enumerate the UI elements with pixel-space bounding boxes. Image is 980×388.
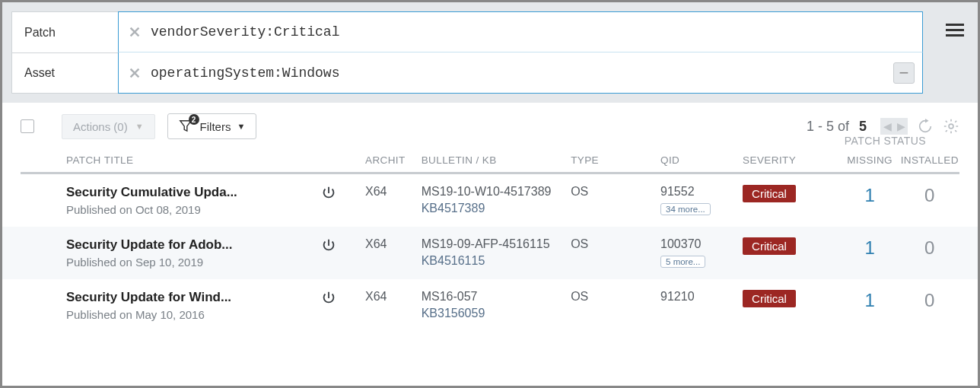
- patch-published: Published on Sep 10, 2019: [66, 256, 320, 269]
- severity-badge: Critical: [743, 185, 796, 202]
- qid-value: 91552: [660, 185, 743, 199]
- column-header-archit[interactable]: ARCHIT: [365, 154, 422, 166]
- severity-badge: Critical: [743, 290, 796, 307]
- type-cell: OS: [571, 237, 660, 251]
- menu-icon[interactable]: [946, 21, 964, 40]
- bulletin-id: MS19-10-W10-4517389: [422, 185, 571, 199]
- qid-more-link[interactable]: 34 more...: [660, 203, 711, 215]
- patch-title[interactable]: Security Update for Wind...: [66, 290, 287, 305]
- patch-published: Published on May 10, 2016: [66, 308, 320, 321]
- kb-link[interactable]: KB4517389: [422, 202, 571, 215]
- missing-count[interactable]: 1: [864, 237, 874, 258]
- table-row[interactable]: Security Update for Adob... Published on…: [2, 227, 978, 279]
- archit-cell: X64: [365, 290, 422, 304]
- asset-search-field[interactable]: −: [118, 52, 923, 94]
- column-group-patch-status: PATCH STATUS: [845, 135, 926, 147]
- column-header-installed[interactable]: INSTALLED: [899, 154, 959, 166]
- actions-label: Actions (0): [73, 120, 128, 133]
- installed-count[interactable]: 0: [924, 185, 934, 205]
- patch-title[interactable]: Security Update for Adob...: [66, 237, 287, 253]
- remove-row-button[interactable]: −: [893, 62, 915, 84]
- column-header-patch-title[interactable]: PATCH TITLE: [66, 154, 320, 166]
- svg-point-0: [949, 124, 953, 129]
- table-row[interactable]: Security Cumulative Upda... Published on…: [2, 174, 978, 227]
- installed-count[interactable]: 0: [924, 290, 934, 310]
- table-row[interactable]: Security Update for Wind... Published on…: [2, 279, 978, 332]
- select-all-checkbox[interactable]: [21, 119, 34, 133]
- clear-icon[interactable]: [126, 24, 143, 40]
- missing-count[interactable]: 1: [864, 290, 874, 310]
- archit-cell: X64: [365, 237, 422, 251]
- qid-value: 91210: [660, 290, 743, 304]
- type-cell: OS: [571, 290, 660, 304]
- column-header-missing[interactable]: MISSING: [840, 154, 900, 166]
- clear-icon[interactable]: [126, 65, 143, 81]
- bulletin-id: MS16-057: [422, 290, 571, 304]
- kb-link[interactable]: KB3156059: [422, 307, 571, 320]
- patch-title[interactable]: Security Cumulative Upda...: [66, 185, 287, 200]
- paging-total: 5: [859, 119, 867, 135]
- patch-search-input[interactable]: [151, 24, 915, 40]
- asset-search-label: Asset: [11, 52, 118, 94]
- qid-more-link[interactable]: 5 more...: [660, 256, 705, 268]
- column-header-bulletin[interactable]: BULLETIN / KB: [422, 154, 571, 166]
- filters-label: Filters: [200, 120, 231, 133]
- column-header-type[interactable]: TYPE: [571, 154, 660, 166]
- archit-cell: X64: [365, 185, 422, 199]
- paging-indicator: 1 - 5 of 5 ◀ ▶: [807, 118, 908, 135]
- actions-dropdown[interactable]: Actions (0) ▼: [62, 114, 155, 139]
- patch-published: Published on Oct 08, 2019: [66, 203, 320, 216]
- qid-value: 100370: [660, 237, 743, 251]
- patch-search-field[interactable]: [118, 11, 923, 52]
- asset-search-input[interactable]: [151, 65, 886, 81]
- refresh-icon[interactable]: [917, 118, 934, 135]
- caret-down-icon: ▼: [237, 122, 245, 131]
- paging-range: 1 - 5 of: [807, 119, 849, 135]
- installed-count[interactable]: 0: [924, 237, 934, 258]
- gear-icon[interactable]: [943, 118, 959, 135]
- filters-count-badge: 2: [189, 114, 199, 125]
- next-page-button[interactable]: ▶: [894, 118, 908, 135]
- column-header-qid[interactable]: QID: [660, 154, 743, 166]
- column-header-severity[interactable]: SEVERITY: [743, 154, 840, 166]
- missing-count[interactable]: 1: [864, 185, 874, 205]
- power-icon: [320, 191, 337, 204]
- severity-badge: Critical: [743, 237, 796, 255]
- caret-down-icon: ▼: [135, 122, 144, 131]
- power-icon: [320, 243, 337, 256]
- type-cell: OS: [571, 185, 660, 199]
- prev-page-button[interactable]: ◀: [880, 118, 894, 135]
- power-icon: [320, 296, 337, 309]
- kb-link[interactable]: KB4516115: [422, 254, 571, 268]
- patch-search-label: Patch: [11, 11, 118, 52]
- filters-button[interactable]: 2 Filters ▼: [167, 113, 257, 139]
- bulletin-id: MS19-09-AFP-4516115: [422, 237, 571, 251]
